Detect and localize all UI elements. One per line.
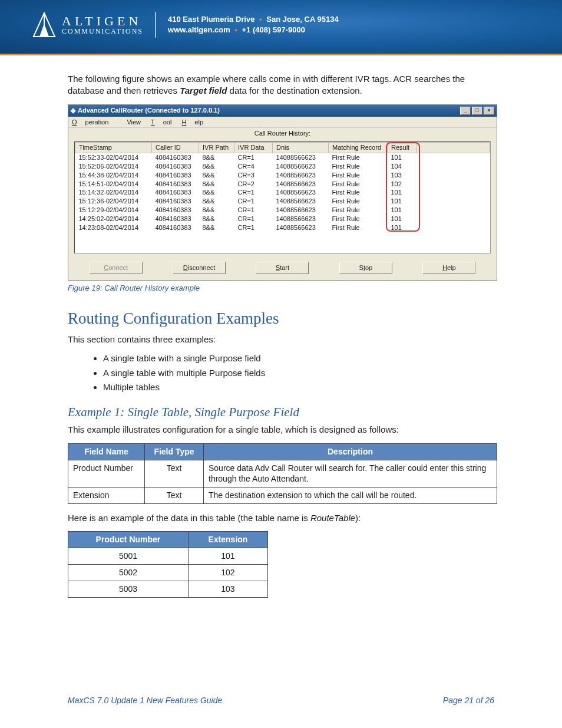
routetable-intro: Here is an example of the data in this t… [68, 512, 497, 524]
menu-operation[interactable]: Operation [72, 118, 117, 126]
website: www.altigen.com [168, 25, 230, 34]
logo: ALTIGEN COMMUNICATIONS [32, 12, 143, 38]
menu-help[interactable]: Help [181, 118, 203, 126]
routetable-data: Product Number Extension 500110150021025… [68, 531, 268, 598]
footer-page: Page 21 of 26 [443, 696, 494, 705]
th-description: Description [204, 443, 497, 460]
minimize-button[interactable]: _ [460, 107, 471, 115]
col-ivrdata[interactable]: IVR Data [234, 143, 273, 153]
th-fieldname: Field Name [68, 443, 145, 460]
phone: +1 (408) 597-9000 [242, 25, 305, 34]
address-city: San Jose, CA 95134 [266, 15, 338, 24]
close-button[interactable]: × [484, 107, 494, 115]
th-extension: Extension [188, 532, 267, 548]
example1-heading: Example 1: Single Table, Single Purpose … [68, 404, 497, 420]
target-field-em: Target field [180, 85, 227, 95]
help-button[interactable]: Help [422, 262, 475, 274]
col-matching[interactable]: Matching Record [329, 143, 388, 153]
altigen-logo-icon [32, 12, 56, 38]
bullet-icon: • [257, 15, 265, 24]
history-row[interactable]: 14:23:08-02/04/201440841603838&&CR=11408… [75, 223, 490, 232]
page-header: ALTIGEN COMMUNICATIONS 410 East Plumeria… [0, 0, 562, 55]
col-result[interactable]: Result [388, 143, 417, 153]
col-dnis[interactable]: Dnis [273, 143, 329, 153]
table-row: Product Number Text Source data Adv Call… [68, 460, 497, 487]
routetable-name: RouteTable [310, 513, 355, 523]
table-row: Extension Text The destination extension… [68, 487, 497, 504]
page-content: The following figure shows an example wh… [0, 55, 562, 618]
col-timestamp[interactable]: TimeStamp [75, 143, 152, 153]
figure-caption: Figure 19: Call Router History example [68, 283, 497, 294]
address-street: 410 East Plumeria Drive [168, 15, 254, 24]
history-row[interactable]: 15:44:38-02/04/201440841603838&&CR=31408… [75, 171, 490, 180]
table-row: 5001101 [68, 548, 268, 565]
disconnect-button[interactable]: Disconnect [173, 262, 226, 274]
col-ivrpath[interactable]: IVR Path [199, 143, 234, 153]
footer-title: MaxCS 7.0 Update 1 New Features Guide [68, 696, 222, 705]
history-label: Call Router History: [68, 128, 497, 141]
menu-tool[interactable]: Tool [151, 118, 171, 126]
history-row[interactable]: 15:52:33-02/04/201440841603838&&CR=11408… [75, 153, 490, 162]
history-list: TimeStamp Caller ID IVR Path IVR Data Dn… [74, 141, 491, 253]
logo-text: ALTIGEN COMMUNICATIONS [62, 15, 143, 35]
th-productnumber: Product Number [68, 532, 189, 548]
maximize-button[interactable]: □ [472, 107, 482, 115]
window-title: Advanced CallRouter (Connected to 127.0.… [78, 106, 459, 115]
company-address: 410 East Plumeria Drive • San Jose, CA 9… [168, 14, 339, 35]
table-row: 5003103 [68, 581, 268, 598]
logo-sub: COMMUNICATIONS [62, 28, 143, 35]
col-callerid[interactable]: Caller ID [152, 143, 199, 153]
window-button-row: Connect Disconnect Start Stop Help [68, 258, 497, 280]
history-table: TimeStamp Caller ID IVR Path IVR Data Dn… [75, 142, 490, 232]
list-item: A single table with multiple Purpose fie… [103, 367, 497, 379]
history-row[interactable]: 15:14:32-02/04/201440841603838&&CR=11408… [75, 188, 490, 197]
bullet-icon: • [232, 25, 240, 34]
list-item: A single table with a single Purpose fie… [103, 353, 497, 364]
examples-list: A single table with a single Purpose fie… [68, 353, 497, 393]
history-row[interactable]: 15:14:51-02/04/201440841603838&&CR=21408… [75, 180, 490, 189]
start-button[interactable]: Start [256, 262, 309, 274]
call-router-window: ◆ Advanced CallRouter (Connected to 127.… [68, 104, 497, 281]
menu-view[interactable]: View [127, 118, 141, 126]
section-heading: Routing Configuration Examples [68, 308, 497, 329]
connect-button[interactable]: Connect [90, 262, 143, 274]
history-header-row: TimeStamp Caller ID IVR Path IVR Data Dn… [75, 143, 490, 153]
window-titlebar: ◆ Advanced CallRouter (Connected to 127.… [68, 105, 497, 117]
page-footer: MaxCS 7.0 Update 1 New Features Guide Pa… [0, 689, 562, 717]
th-fieldtype: Field Type [145, 443, 204, 460]
history-row[interactable]: 15:52:06-02/04/201440841603838&&CR=41408… [75, 162, 490, 171]
header-divider [155, 12, 156, 38]
history-row[interactable]: 15:12:29-02/04/201440841603838&&CR=11408… [75, 206, 490, 215]
list-item: Multiple tables [103, 381, 497, 393]
app-icon: ◆ [71, 106, 75, 115]
history-row[interactable]: 15:12:36-02/04/201440841603838&&CR=11408… [75, 197, 490, 206]
intro-paragraph: The following figure shows an example wh… [68, 73, 497, 97]
table-row: 5002102 [68, 565, 268, 581]
stop-button[interactable]: Stop [339, 262, 392, 274]
history-row[interactable]: 14:25:02-02/04/201440841603838&&CR=11408… [75, 215, 490, 223]
menubar: Operation View Tool Help [68, 117, 497, 129]
section-intro: This section contains three examples: [68, 334, 497, 345]
logo-main: ALTIGEN [62, 15, 143, 28]
field-definition-table: Field Name Field Type Description Produc… [68, 443, 497, 505]
example1-intro: This example illustrates configuration f… [68, 424, 497, 436]
